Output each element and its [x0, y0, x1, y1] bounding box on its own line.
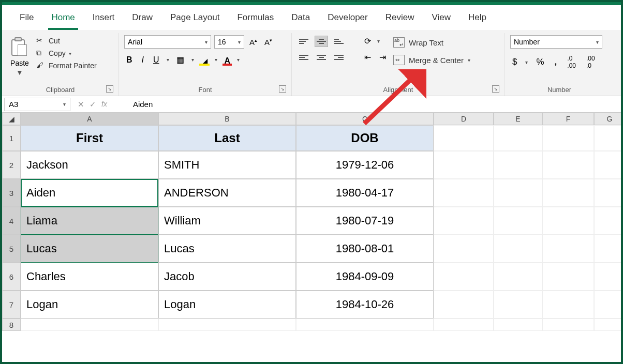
tab-help[interactable]: Help [465, 9, 490, 30]
decrease-decimal-button[interactable]: .00.0 [584, 54, 597, 70]
copy-button[interactable]: ⧉ Copy ▾ [36, 49, 97, 58]
name-box[interactable]: A3▾ [4, 98, 70, 111]
wrap-text-button[interactable]: ab↵ Wrap Text [393, 37, 470, 48]
cell-E6[interactable] [494, 263, 542, 291]
cut-button[interactable]: ✂ Cut [36, 36, 97, 46]
align-top-button[interactable] [297, 36, 310, 47]
cell-F6[interactable] [542, 263, 594, 291]
cell-G7[interactable] [594, 291, 623, 318]
cell-F8[interactable] [542, 318, 594, 331]
col-header-A[interactable]: A [21, 113, 158, 125]
cell-C1[interactable]: DOB [296, 125, 434, 151]
cell-D7[interactable] [434, 291, 494, 318]
row-header-2[interactable]: 2 [2, 151, 21, 179]
cancel-formula-button[interactable]: ✕ [78, 100, 84, 109]
tab-view[interactable]: View [428, 9, 454, 30]
enter-formula-button[interactable]: ✓ [90, 100, 96, 109]
col-header-B[interactable]: B [158, 113, 296, 125]
insert-function-button[interactable]: fx [101, 100, 107, 109]
cell-B1[interactable]: Last [158, 125, 296, 151]
cell-C6[interactable]: 1984-09-09 [296, 263, 434, 291]
cell-D5[interactable] [434, 235, 494, 263]
tab-review[interactable]: Review [382, 9, 418, 30]
cell-E8[interactable] [494, 318, 542, 331]
cell-A7[interactable]: Logan [21, 291, 158, 318]
cell-G8[interactable] [594, 318, 623, 331]
dialog-launcher-icon[interactable]: ↘ [106, 85, 113, 93]
cell-C8[interactable] [296, 318, 434, 331]
align-center-button[interactable] [315, 52, 328, 63]
comma-format-button[interactable]: , [553, 56, 559, 68]
row-header-6[interactable]: 6 [2, 263, 21, 291]
tab-file[interactable]: File [17, 9, 37, 30]
cell-C3[interactable]: 1980-04-17 [296, 179, 434, 207]
cell-A5[interactable]: Lucas [21, 235, 158, 263]
cell-F3[interactable] [542, 179, 594, 207]
tab-home[interactable]: Home [48, 9, 78, 30]
col-header-F[interactable]: F [542, 113, 594, 125]
number-format-combo[interactable]: Number▾ [510, 35, 602, 49]
italic-button[interactable]: I [140, 54, 146, 66]
font-size-combo[interactable]: 16▾ [214, 35, 244, 49]
increase-decimal-button[interactable]: .0.00 [565, 54, 578, 70]
cell-D2[interactable] [434, 151, 494, 179]
cell-G1[interactable] [594, 125, 623, 151]
cell-A8[interactable] [21, 318, 158, 331]
cell-C7[interactable]: 1984-10-26 [296, 291, 434, 318]
tab-data[interactable]: Data [288, 9, 313, 30]
format-painter-button[interactable]: 🖌 Format Painter [36, 61, 97, 70]
col-header-D[interactable]: D [434, 113, 494, 125]
cell-G4[interactable] [594, 207, 623, 235]
cell-D8[interactable] [434, 318, 494, 331]
cell-A1[interactable]: First [21, 125, 158, 151]
row-header-8[interactable]: 8 [2, 318, 21, 331]
cell-G6[interactable] [594, 263, 623, 291]
row-header-7[interactable]: 7 [2, 291, 21, 318]
borders-button[interactable]: ▦ [174, 54, 186, 66]
font-name-combo[interactable]: Arial▾ [124, 35, 211, 49]
cell-F1[interactable] [542, 125, 594, 151]
tab-draw[interactable]: Draw [129, 9, 156, 30]
col-header-G[interactable]: G [594, 113, 623, 125]
percent-format-button[interactable]: % [534, 56, 546, 68]
cell-F4[interactable] [542, 207, 594, 235]
cell-D4[interactable] [434, 207, 494, 235]
bold-button[interactable]: B [124, 54, 135, 66]
merge-center-button[interactable]: ⇔ Merge & Center ▾ [393, 55, 470, 65]
increase-indent-button[interactable]: ⇥ [377, 51, 388, 63]
cell-E7[interactable] [494, 291, 542, 318]
cell-E5[interactable] [494, 235, 542, 263]
row-header-5[interactable]: 5 [2, 235, 21, 263]
increase-font-size-button[interactable]: A▴ [247, 37, 259, 48]
orientation-button[interactable]: ⟳ [362, 35, 373, 47]
cell-B4[interactable]: William [158, 207, 296, 235]
cell-E2[interactable] [494, 151, 542, 179]
cell-A6[interactable]: Charles [21, 263, 158, 291]
cell-E3[interactable] [494, 179, 542, 207]
cell-F5[interactable] [542, 235, 594, 263]
row-header-4[interactable]: 4 [2, 207, 21, 235]
cell-B2[interactable]: SMITH [158, 151, 296, 179]
row-header-1[interactable]: 1 [2, 125, 21, 151]
dialog-launcher-icon[interactable]: ↘ [492, 85, 499, 93]
cell-G2[interactable] [594, 151, 623, 179]
tab-insert[interactable]: Insert [90, 9, 118, 30]
decrease-font-size-button[interactable]: A▾ [262, 37, 274, 48]
cell-A4[interactable]: Liama [21, 207, 158, 235]
cell-A3[interactable]: Aiden [21, 179, 158, 207]
align-right-button[interactable] [332, 52, 346, 63]
cell-G3[interactable] [594, 179, 623, 207]
align-middle-button[interactable] [315, 36, 328, 47]
cell-D3[interactable] [434, 179, 494, 207]
cell-B6[interactable]: Jacob [158, 263, 296, 291]
underline-button[interactable]: U [151, 54, 161, 66]
cell-F2[interactable] [542, 151, 594, 179]
cell-A2[interactable]: Jackson [21, 151, 158, 179]
cell-B5[interactable]: Lucas [158, 235, 296, 263]
cell-B7[interactable]: Logan [158, 291, 296, 318]
paste-button[interactable]: Paste ▼ [7, 35, 32, 79]
align-left-button[interactable] [297, 52, 310, 63]
accounting-format-button[interactable]: $ [510, 56, 519, 68]
cell-E1[interactable] [494, 125, 542, 151]
row-header-3[interactable]: 3 [2, 179, 21, 207]
